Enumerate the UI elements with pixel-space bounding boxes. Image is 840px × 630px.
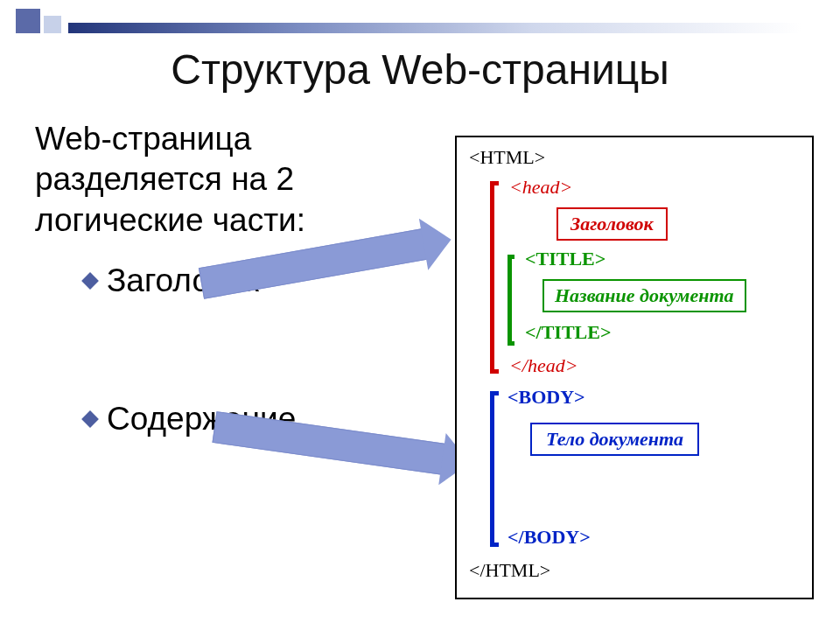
box-head-label: Заголовок xyxy=(556,207,668,241)
intro-text: Web-страница разделяется на 2 логические… xyxy=(35,119,438,241)
tag-body-close: </BODY> xyxy=(508,526,591,549)
bracket-body xyxy=(490,391,499,547)
tag-html-open: <HTML> xyxy=(469,146,545,169)
box-title-label: Название документа xyxy=(542,279,746,312)
tag-head-open: <head> xyxy=(509,176,572,199)
box-body-label: Тело документа xyxy=(530,423,699,456)
tag-title-open: <TITLE> xyxy=(525,248,606,270)
header-gradient-bar xyxy=(68,23,840,33)
html-structure-diagram: <HTML> <head> Заголовок <TITLE> Название… xyxy=(455,136,814,599)
slide-title: Структура Web-страницы xyxy=(0,46,840,94)
tag-html-close: </HTML> xyxy=(469,559,550,582)
bracket-title xyxy=(508,255,514,346)
bracket-head xyxy=(490,181,499,374)
tag-title-close: </TITLE> xyxy=(525,321,611,344)
corner-squares xyxy=(16,9,61,33)
tag-body-open: <BODY> xyxy=(508,386,585,409)
bullet-list: Заголовок Содержание xyxy=(84,262,434,539)
tag-head-close: </head> xyxy=(509,354,578,377)
